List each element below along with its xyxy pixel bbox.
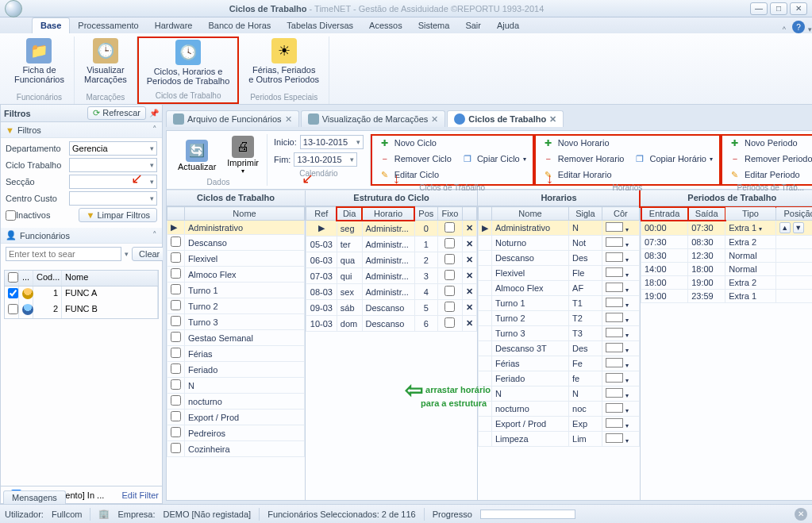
move-up-button[interactable]: ▲ <box>779 222 791 233</box>
ciclo-row[interactable]: N <box>167 378 305 394</box>
ribbon-ciclos-horarios[interactable]: 🕓 Ciclos, Horarios e Periodos de Trabalh… <box>142 38 235 87</box>
periodo-row[interactable]: 14:0018:00Normal <box>641 263 813 276</box>
menu-banco-horas[interactable]: Banco de Horas <box>200 18 279 33</box>
edit-filter-link[interactable]: Edit Filter <box>122 490 159 500</box>
ciclo-row[interactable]: Descanso <box>167 235 305 251</box>
ciclo-row[interactable]: Flexivel <box>167 251 305 267</box>
status-help-icon[interactable]: ✕ <box>795 508 807 521</box>
move-down-button[interactable]: ▼ <box>793 222 804 233</box>
menu-hardware[interactable]: Hardware <box>147 18 201 33</box>
remover-ciclo-button[interactable]: −Remover Ciclo <box>377 152 453 166</box>
ribbon-collapse-icon[interactable]: ^ <box>783 25 786 33</box>
close-tab-icon[interactable]: ✕ <box>549 114 556 125</box>
horario-row[interactable]: Descanso 3TDes ▾ <box>479 341 640 356</box>
tab-visualizacao-marcacoes[interactable]: Visualização de Marcações✕ <box>301 110 446 127</box>
ciclo-row[interactable]: Export / Prod <box>167 410 305 425</box>
horario-row[interactable]: Almoco FlexAF ▾ <box>479 281 640 296</box>
estrutura-grid[interactable]: Ref Dia Horario Pos Fixo ▶ segAdministr.… <box>306 206 477 500</box>
menu-tabelas-diversas[interactable]: Tabelas Diversas <box>279 18 361 33</box>
clear-button[interactable]: Clear <box>132 247 167 261</box>
novo-periodo-button[interactable]: ✚Novo Periodo <box>727 136 812 150</box>
copiar-horario-button[interactable]: ❐Copiar Horário▾ <box>632 152 714 166</box>
close-tab-icon[interactable]: ✕ <box>431 114 438 125</box>
periodo-row[interactable]: 07:3008:30Extra 2 <box>641 236 813 249</box>
copiar-ciclo-button[interactable]: ❐Cpiar Ciclo▾ <box>460 152 528 166</box>
estrutura-row[interactable]: 05-03terAdministr...1✕ <box>306 237 477 252</box>
filter-panel-toggle[interactable]: ▼ Filtros ˄ <box>1 122 162 138</box>
estrutura-row[interactable]: 10-03domDescanso6✕ <box>306 316 477 332</box>
close-tab-icon[interactable]: ✕ <box>285 114 292 125</box>
tab-ciclos-trabalho[interactable]: Ciclos de Trabalho✕ <box>447 110 564 127</box>
ciclo-row[interactable]: Feriado <box>167 362 305 378</box>
periodo-row[interactable]: 18:0019:00Extra 2 <box>641 276 813 290</box>
remover-periodo-button[interactable]: −Remover Periodo <box>727 152 812 166</box>
horario-row[interactable]: NoturnoNot ▾ <box>479 236 640 251</box>
minimize-button[interactable]: — <box>750 2 768 15</box>
close-button[interactable]: ✕ <box>790 2 807 15</box>
seccao-combo[interactable]: ▾ <box>69 175 157 189</box>
tab-arquivo-funcionarios[interactable]: Arquivo de Funcionários✕ <box>166 110 299 127</box>
maximize-button[interactable]: □ <box>770 2 787 15</box>
novo-horario-button[interactable]: ✚Novo Horario <box>541 136 714 150</box>
col-check[interactable] <box>5 271 19 286</box>
estrutura-row[interactable]: 09-03sábDescanso5✕ <box>306 300 477 316</box>
horario-row[interactable]: ▶AdministrativoN ▾ <box>479 221 640 236</box>
horario-row[interactable]: DescansoDes ▾ <box>479 251 640 266</box>
ribbon-visualizar-marcacoes[interactable]: 🕒 Visualizar Marcações <box>79 37 132 86</box>
pin-icon[interactable]: 📌 <box>149 109 159 117</box>
estrutura-row[interactable]: 08-03sexAdministr...4✕ <box>306 284 477 300</box>
ciclo-row[interactable]: Turno 3 <box>167 314 305 330</box>
horario-row[interactable]: FériasFe ▾ <box>479 356 640 371</box>
funcionario-row[interactable]: 2 FUNC B <box>5 302 158 318</box>
horario-row[interactable]: Turno 3T3 ▾ <box>479 326 640 341</box>
estrutura-row[interactable]: 07-03quiAdministr...3✕ <box>306 268 477 284</box>
novo-ciclo-button[interactable]: ✚Novo Ciclo <box>377 136 528 150</box>
imprimir-button[interactable]: 🖨Imprimir▾ <box>224 134 262 176</box>
ribbon-dropdown-icon[interactable]: ▾ <box>808 25 812 33</box>
ciclo-trabalho-combo[interactable]: ▾ <box>69 158 157 172</box>
ciclo-row[interactable]: Gestao Semanal <box>167 330 305 346</box>
ciclo-row[interactable]: Turno 1 <box>167 283 305 298</box>
horario-row[interactable]: FlexivelFle ▾ <box>479 266 640 281</box>
funcionario-row[interactable]: 1 FUNC A <box>5 286 158 302</box>
refresh-button[interactable]: ⟳ Refrescar <box>87 106 146 120</box>
periodo-row[interactable]: 08:3012:30Normal <box>641 249 813 263</box>
fim-date[interactable]: 13-10-2015▾ <box>294 152 357 167</box>
inicio-date[interactable]: 13-10-2015▾ <box>300 135 364 149</box>
departamento-combo[interactable]: Gerencia▾ <box>69 141 157 156</box>
editar-periodo-button[interactable]: ✎Editar Periodo <box>727 167 812 182</box>
mensagens-tab[interactable]: Mensagens <box>3 490 66 504</box>
periodo-row[interactable]: 00:0007:30Extra 1 ▾▲ ▼ <box>641 221 813 236</box>
horario-row[interactable]: Turno 2T2 ▾ <box>479 311 640 326</box>
funcionarios-panel-toggle[interactable]: 👤 Funcionários ˄ <box>1 228 162 244</box>
ciclo-row[interactable]: ▶Administrativo <box>167 221 305 235</box>
horarios-grid[interactable]: Nome Sigla Côr ▶AdministrativoN ▾Noturno… <box>478 206 640 500</box>
editar-horario-button[interactable]: ✎Editar Horario <box>541 167 714 182</box>
ribbon-ferias-feriados[interactable]: ☀ Férias, Feriados e Outros Periodos <box>244 37 324 86</box>
horario-row[interactable]: LimpezaLim ▾ <box>479 432 640 447</box>
actualizar-button[interactable]: 🔄Actualizar <box>175 138 219 173</box>
menu-processamento[interactable]: Processamento <box>70 18 146 33</box>
ciclo-row[interactable]: Pedreiros <box>167 425 305 441</box>
horario-row[interactable]: Feriadofe ▾ <box>479 371 640 386</box>
horario-row[interactable]: NN ▾ <box>479 386 640 402</box>
remover-horario-button[interactable]: −Remover Horario <box>541 152 626 166</box>
search-input[interactable] <box>6 247 121 261</box>
periodo-row[interactable]: 19:0023:59Extra 1 <box>641 290 813 303</box>
menu-acessos[interactable]: Acessos <box>361 18 410 33</box>
horario-row[interactable]: Turno 1T1 ▾ <box>479 296 640 311</box>
ciclo-row[interactable]: nocturno <box>167 394 305 410</box>
estrutura-row[interactable]: 06-03quaAdministr...2✕ <box>306 252 477 268</box>
ciclos-grid[interactable]: Nome ▶AdministrativoDescansoFlexivelAlmo… <box>167 206 305 500</box>
horario-row[interactable]: Export / ProdExp ▾ <box>479 417 640 432</box>
horario-row[interactable]: nocturnonoc ▾ <box>479 402 640 417</box>
inactivos-checkbox[interactable] <box>6 210 16 221</box>
help-icon[interactable]: ? <box>792 21 805 33</box>
centro-custo-combo[interactable]: ▾ <box>69 191 157 206</box>
ciclo-row[interactable]: Cozinheira <box>167 441 305 457</box>
periodos-grid[interactable]: Entrada Saída Tipo Posição 00:0007:30Ext… <box>641 206 812 500</box>
menu-base[interactable]: Base <box>32 17 70 33</box>
estrutura-row[interactable]: ▶ segAdministr...0✕ <box>306 221 477 237</box>
menu-sair[interactable]: Sair <box>457 18 489 33</box>
ciclo-row[interactable]: Almoco Flex <box>167 267 305 283</box>
